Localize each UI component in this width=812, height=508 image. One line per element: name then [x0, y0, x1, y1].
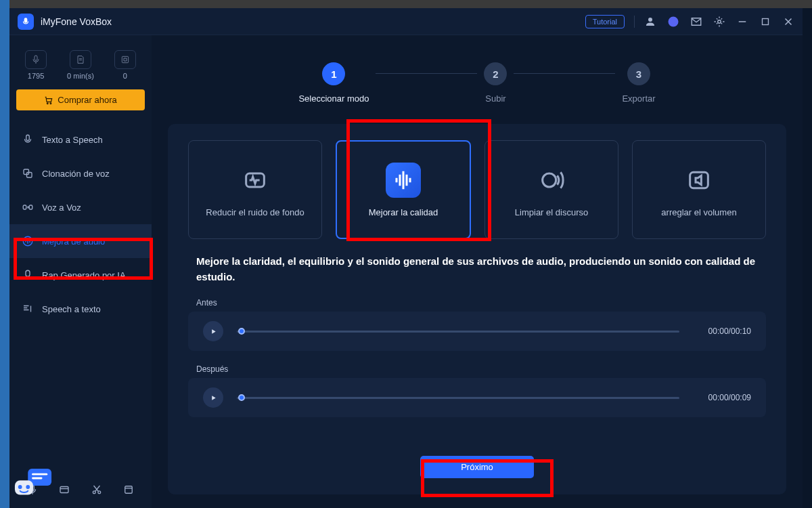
- stat-minutes: 0 min(s): [67, 50, 94, 80]
- nav-voice-clone[interactable]: Clonación de voz: [9, 156, 152, 190]
- svg-point-6: [50, 102, 51, 104]
- mode-fix-volume[interactable]: arreglar el volumen: [632, 140, 766, 239]
- mode-clean-speech[interactable]: Limpiar el discurso: [484, 140, 618, 239]
- app-title: iMyFone VoxBox: [41, 16, 112, 27]
- stt-icon: [22, 303, 34, 315]
- content-card: Reducir el ruido de fondo Mejorar la cal…: [168, 124, 786, 494]
- svg-point-5: [47, 102, 49, 104]
- svg-rect-11: [29, 205, 32, 209]
- step-1: 1 Seleccionar modo: [298, 62, 369, 104]
- buy-now-button[interactable]: Comprar ahora: [16, 89, 145, 110]
- sidebar: 1795 0 min(s) 0 Comprar ahora Texto a: [9, 35, 152, 508]
- minimize-icon[interactable]: [736, 16, 748, 28]
- mail-icon[interactable]: [690, 16, 702, 28]
- svg-rect-24: [32, 478, 42, 480]
- enhance-icon: [22, 235, 34, 247]
- rap-icon: [22, 269, 34, 281]
- user-icon[interactable]: [644, 16, 656, 28]
- v2v-icon: [22, 201, 34, 213]
- svg-rect-13: [26, 270, 30, 276]
- next-button[interactable]: Próximo: [420, 456, 534, 478]
- svg-point-16: [93, 491, 95, 494]
- maximize-icon[interactable]: [759, 16, 771, 28]
- nav-audio-enhance[interactable]: Mejora de audio: [9, 224, 152, 258]
- track-before[interactable]: [237, 331, 679, 333]
- tts-icon: [22, 133, 34, 146]
- svg-rect-8: [24, 169, 29, 175]
- svg-rect-18: [125, 486, 133, 494]
- nav-voice-to-voice[interactable]: Voz a Voz: [9, 190, 152, 224]
- svg-point-0: [669, 16, 679, 26]
- svg-rect-23: [32, 473, 47, 475]
- track-after[interactable]: [237, 397, 679, 399]
- svg-rect-2: [763, 18, 769, 24]
- mode-improve-quality[interactable]: Mejorar la calidad: [336, 140, 471, 239]
- clone-icon: [22, 167, 34, 179]
- chat-assistant-icon[interactable]: [14, 467, 53, 501]
- cut-icon[interactable]: [91, 484, 103, 496]
- noise-icon: [238, 163, 273, 198]
- export-icon: [114, 50, 136, 69]
- mic-icon: [25, 50, 47, 69]
- player-before: 00:00/00:10: [188, 312, 766, 351]
- svg-rect-15: [60, 487, 68, 493]
- app-logo: [18, 14, 34, 30]
- time-before: 00:00/00:10: [693, 326, 751, 336]
- svg-point-20: [543, 173, 556, 187]
- stat-exports: 0: [114, 50, 136, 80]
- player-after: 00:00/00:09: [188, 378, 766, 417]
- folder-icon[interactable]: [122, 484, 135, 496]
- discord-icon[interactable]: [667, 16, 679, 28]
- text-icon: [70, 50, 91, 69]
- media-icon[interactable]: [58, 484, 70, 496]
- settings-icon[interactable]: [713, 16, 725, 28]
- stat-characters: 1795: [25, 50, 47, 80]
- svg-rect-10: [23, 205, 26, 209]
- svg-point-26: [18, 485, 22, 489]
- titlebar: iMyFone VoxBox Tutorial: [9, 8, 803, 35]
- tutorial-button[interactable]: Tutorial: [585, 15, 625, 28]
- svg-point-1: [718, 20, 721, 23]
- svg-rect-21: [690, 172, 708, 188]
- svg-rect-3: [35, 56, 37, 60]
- mode-reduce-noise[interactable]: Reducir el ruido de fondo: [188, 140, 322, 239]
- play-before-button[interactable]: [203, 321, 223, 341]
- play-after-button[interactable]: [203, 387, 223, 408]
- stepper: 1 Seleccionar modo 2 Subir 3 Exportar: [152, 35, 803, 124]
- svg-point-27: [26, 485, 30, 489]
- svg-rect-9: [27, 173, 32, 178]
- nav-text-to-speech[interactable]: Texto a Speech: [9, 123, 152, 156]
- before-label: Antes: [196, 298, 758, 308]
- quality-icon: [386, 163, 421, 198]
- svg-rect-4: [122, 56, 128, 62]
- svg-rect-7: [26, 135, 30, 140]
- mode-description: Mejore la claridad, el equilibrio y el s…: [196, 254, 758, 284]
- step-3: 3 Exportar: [622, 62, 655, 104]
- speech-icon: [534, 163, 569, 198]
- volume-icon: [681, 163, 717, 198]
- nav-ai-rap[interactable]: Rap Generado por IA: [9, 258, 152, 292]
- step-2: 2 Subir: [484, 62, 507, 104]
- main-panel: 1 Seleccionar modo 2 Subir 3 Exportar: [152, 35, 803, 508]
- close-icon[interactable]: [782, 16, 794, 28]
- time-after: 00:00/00:09: [693, 393, 751, 402]
- after-label: Después: [196, 364, 758, 374]
- nav-speech-to-text[interactable]: Speech a texto: [9, 292, 152, 326]
- svg-point-17: [98, 491, 101, 494]
